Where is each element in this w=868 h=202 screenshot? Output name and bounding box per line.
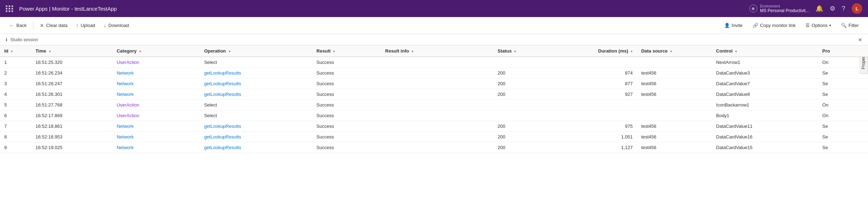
env-label: Environment [760, 4, 809, 8]
cell-resultinfo [381, 121, 493, 132]
sort-icon-duration: ▾ [631, 50, 633, 53]
env-name: MS Personal Productivit... [760, 8, 809, 13]
cell-time: 16:52:18.861 [31, 121, 113, 132]
cell-pro: Se [818, 68, 868, 78]
cell-category: UserAction [112, 110, 200, 121]
back-button[interactable]: ← Back [6, 21, 30, 31]
table-row[interactable]: 9 16:52:19.025 Network getLookupResults … [0, 142, 868, 153]
list-icon: ☰ [805, 23, 810, 28]
cell-duration: 877 [556, 78, 637, 89]
cell-time: 16:51:26.247 [31, 78, 113, 89]
cell-id: 7 [0, 121, 31, 132]
col-header-control[interactable]: Control ▾ [712, 45, 818, 57]
table-row[interactable]: 3 16:51:26.247 Network getLookupResults … [0, 78, 868, 89]
filter-button[interactable]: 🔍 Filter [837, 21, 862, 30]
cell-operation: getLookupResults [200, 121, 312, 132]
download-button[interactable]: ↓ Download [100, 21, 132, 31]
topbar: Power Apps | Monitor - testLanceTestApp … [0, 0, 868, 17]
person-icon: 👤 [724, 23, 730, 28]
cell-control: Body1 [712, 110, 818, 121]
col-header-pro[interactable]: Pro [818, 45, 868, 57]
cell-category: Network [112, 78, 200, 89]
cell-pro: Se [818, 142, 868, 153]
environment-selector[interactable]: ⊕ Environment MS Personal Productivit... [749, 4, 809, 13]
sort-icon-datasource: ▾ [670, 50, 672, 53]
table-header-row: Id ▾ Time ▾ Category ▾ Operation ▾ Resul… [0, 45, 868, 57]
cell-status: 200 [493, 132, 556, 142]
toolbar: ← Back ✕ Clear data ↑ Upload ↓ Download … [0, 17, 868, 34]
col-header-duration[interactable]: Duration (ms) ▾ [556, 45, 637, 57]
cell-pro: Se [818, 89, 868, 100]
table-row[interactable]: 4 16:51:26.301 Network getLookupResults … [0, 89, 868, 100]
col-header-id[interactable]: Id ▾ [0, 45, 31, 57]
invite-label: Invite [732, 23, 743, 28]
sort-icon-time: ▾ [49, 50, 51, 53]
cell-result: Success [312, 78, 381, 89]
upload-label: Upload [81, 23, 95, 28]
col-header-resultinfo[interactable]: Result info ▾ [381, 45, 493, 57]
col-header-status[interactable]: Status ▾ [493, 45, 556, 57]
table-row[interactable]: 5 16:51:27.768 UserAction Select Success… [0, 100, 868, 110]
help-icon[interactable]: ? [842, 5, 845, 12]
invite-button[interactable]: 👤 Invite [721, 21, 746, 30]
col-header-time[interactable]: Time ▾ [31, 45, 113, 57]
close-session-icon[interactable]: ✕ [858, 37, 862, 43]
cell-datasource: test456 [637, 89, 712, 100]
cell-operation: getLookupResults [200, 78, 312, 89]
cell-id: 4 [0, 89, 31, 100]
cell-id: 9 [0, 142, 31, 153]
table-row[interactable]: 6 16:52:17.869 UserAction Select Success… [0, 110, 868, 121]
cell-status: 200 [493, 121, 556, 132]
cell-operation: getLookupResults [200, 89, 312, 100]
upload-icon: ↑ [76, 23, 78, 28]
cell-datasource: test456 [637, 78, 712, 89]
table-row[interactable]: 2 16:51:26.234 Network getLookupResults … [0, 68, 868, 78]
cell-control: DataCardValue11 [712, 121, 818, 132]
copy-monitor-button[interactable]: 🔗 Copy monitor link [749, 21, 799, 30]
cell-status: 200 [493, 68, 556, 78]
cell-result: Success [312, 110, 381, 121]
info-icon: ℹ [6, 37, 7, 42]
options-button[interactable]: ☰ Options ▾ [802, 21, 835, 30]
sort-icon-resultinfo: ▾ [412, 50, 413, 53]
app-title: Power Apps | Monitor - testLanceTestApp [19, 6, 745, 12]
col-header-datasource[interactable]: Data source ▾ [637, 45, 712, 57]
table-row[interactable]: 8 16:52:18.953 Network getLookupResults … [0, 132, 868, 142]
options-label: Options [812, 23, 828, 28]
cell-duration: 1,051 [556, 132, 637, 142]
cell-resultinfo [381, 89, 493, 100]
cell-resultinfo [381, 132, 493, 142]
cell-operation: getLookupResults [200, 142, 312, 153]
col-header-result[interactable]: Result ▾ [312, 45, 381, 57]
col-header-operation[interactable]: Operation ▾ [200, 45, 312, 57]
cell-result: Success [312, 100, 381, 110]
filter-icon: 🔍 [841, 23, 847, 28]
cell-datasource: test456 [637, 142, 712, 153]
cell-duration: 874 [556, 68, 637, 78]
download-label: Download [108, 23, 129, 28]
avatar[interactable]: L [852, 3, 862, 14]
col-header-category[interactable]: Category ▾ [112, 45, 200, 57]
cell-duration: 975 [556, 121, 637, 132]
cell-datasource: test456 [637, 121, 712, 132]
notifications-icon[interactable]: 🔔 [815, 5, 823, 12]
table-row[interactable]: 1 16:51:25.320 UserAction Select Success… [0, 57, 868, 68]
waffle-icon[interactable] [6, 5, 13, 12]
cell-category: Network [112, 142, 200, 153]
clear-data-button[interactable]: ✕ Clear data [36, 21, 71, 31]
back-label: Back [16, 23, 27, 28]
upload-button[interactable]: ↑ Upload [72, 21, 99, 31]
cell-pro: Se [818, 121, 868, 132]
cell-id: 5 [0, 100, 31, 110]
cell-status: 200 [493, 78, 556, 89]
cell-result: Success [312, 142, 381, 153]
monitor-table: Id ▾ Time ▾ Category ▾ Operation ▾ Resul… [0, 45, 868, 153]
cell-resultinfo [381, 68, 493, 78]
sort-icon-control: ▾ [735, 50, 737, 53]
toolbar-right: 👤 Invite 🔗 Copy monitor link ☰ Options ▾… [721, 21, 862, 30]
settings-icon[interactable]: ⚙ [830, 5, 835, 12]
table-row[interactable]: 7 16:52:18.861 Network getLookupResults … [0, 121, 868, 132]
clear-label: Clear data [46, 23, 67, 28]
cell-pro: Se [818, 132, 868, 142]
cell-time: 16:52:19.025 [31, 142, 113, 153]
